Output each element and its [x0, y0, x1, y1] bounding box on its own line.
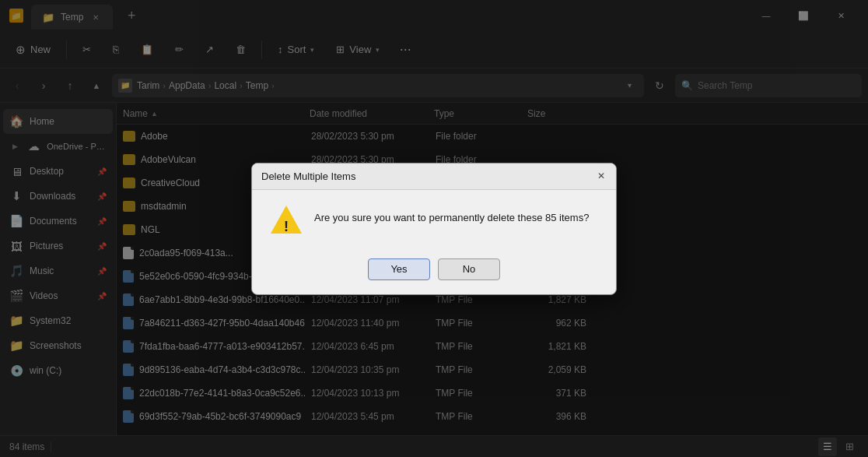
- dialog-footer: Yes No: [252, 252, 616, 294]
- dialog-message: Are you sure you want to permanently del…: [314, 206, 589, 226]
- dialog-close-button[interactable]: ✕: [593, 167, 610, 185]
- dialog-body: Are you sure you want to permanently del…: [252, 190, 616, 252]
- dialog-titlebar: Delete Multiple Items ✕: [252, 163, 616, 190]
- dialog-title: Delete Multiple Items: [261, 170, 355, 182]
- warning-triangle: [271, 206, 302, 234]
- warning-icon: [271, 206, 302, 237]
- delete-dialog: Delete Multiple Items ✕ Are you sure you…: [251, 163, 617, 295]
- dialog-yes-button[interactable]: Yes: [368, 258, 430, 280]
- dialog-overlay: Delete Multiple Items ✕ Are you sure you…: [0, 0, 868, 457]
- dialog-no-button[interactable]: No: [438, 258, 500, 280]
